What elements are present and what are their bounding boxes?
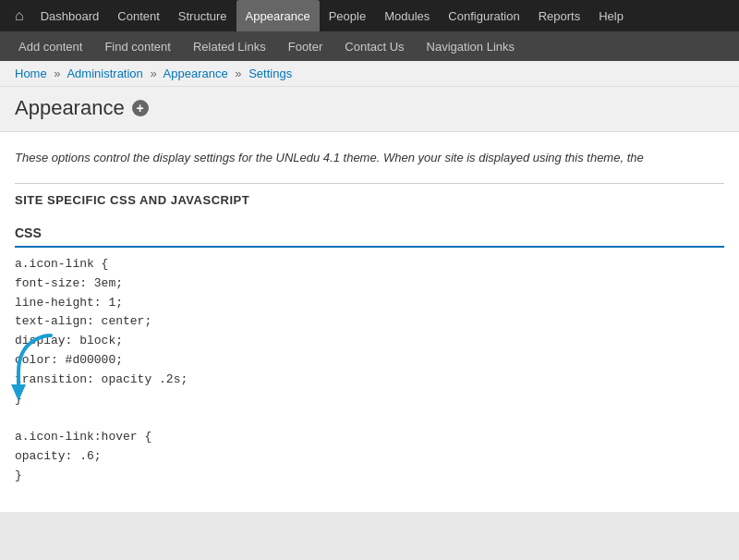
secondary-nav-contact-us[interactable]: Contact Us bbox=[333, 31, 415, 61]
top-nav: ⌂ Dashboard Content Structure Appearance… bbox=[0, 0, 739, 31]
section-title: SITE SPECIFIC CSS AND JAVASCRIPT bbox=[15, 183, 724, 216]
secondary-nav-add-content[interactable]: Add content bbox=[7, 31, 93, 61]
breadcrumb-home[interactable]: Home bbox=[15, 67, 47, 80]
breadcrumb-sep-1: » bbox=[54, 67, 60, 80]
home-icon[interactable]: ⌂ bbox=[7, 7, 31, 24]
page-title: Appearance bbox=[15, 96, 125, 120]
add-appearance-button[interactable]: + bbox=[132, 100, 149, 116]
main-content: These options control the display settin… bbox=[0, 132, 739, 512]
secondary-nav-find-content[interactable]: Find content bbox=[93, 31, 182, 61]
breadcrumb-appearance[interactable]: Appearance bbox=[164, 67, 228, 80]
nav-item-dashboard[interactable]: Dashboard bbox=[31, 0, 109, 31]
nav-item-configuration[interactable]: Configuration bbox=[439, 0, 528, 31]
nav-item-modules[interactable]: Modules bbox=[375, 0, 439, 31]
breadcrumb-admin[interactable]: Administration bbox=[67, 67, 142, 80]
description-text: These options control the display settin… bbox=[15, 151, 724, 164]
secondary-nav: Add content Find content Related Links F… bbox=[0, 31, 739, 61]
css-field-label: CSS bbox=[15, 216, 724, 248]
secondary-nav-navigation-links[interactable]: Navigation Links bbox=[416, 31, 526, 61]
breadcrumb: Home » Administration » Appearance » Set… bbox=[0, 61, 739, 87]
breadcrumb-sep-2: » bbox=[150, 67, 156, 80]
nav-item-content[interactable]: Content bbox=[108, 0, 169, 31]
nav-item-reports[interactable]: Reports bbox=[529, 0, 590, 31]
css-code-content[interactable]: a.icon-link { font-size: 3em; line-heigh… bbox=[15, 248, 724, 493]
breadcrumb-sep-3: » bbox=[235, 67, 241, 80]
nav-item-people[interactable]: People bbox=[320, 0, 375, 31]
nav-item-appearance[interactable]: Appearance bbox=[236, 0, 320, 31]
secondary-nav-related-links[interactable]: Related Links bbox=[182, 31, 277, 61]
secondary-nav-footer[interactable]: Footer bbox=[277, 31, 334, 61]
nav-item-structure[interactable]: Structure bbox=[169, 0, 236, 31]
breadcrumb-settings[interactable]: Settings bbox=[248, 67, 292, 80]
nav-item-help[interactable]: Help bbox=[589, 0, 633, 31]
page-header: Appearance + bbox=[0, 87, 739, 132]
